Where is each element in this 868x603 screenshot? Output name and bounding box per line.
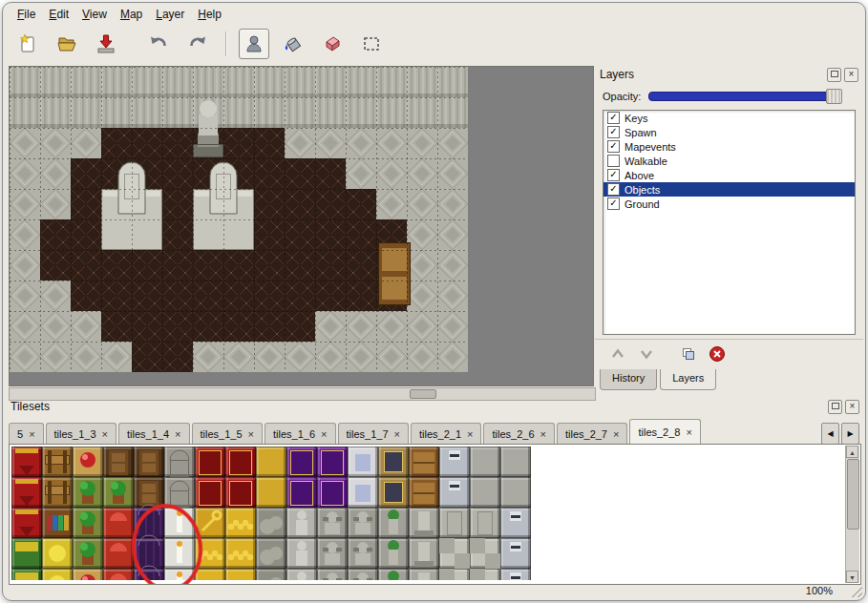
tileset-tab-tiles_1_4[interactable]: tiles_1_4× (118, 423, 189, 444)
layer-duplicate-button[interactable] (677, 343, 700, 365)
tab-label: tiles_2_6 (492, 428, 534, 440)
menu-bar: File Edit View Map Layer Help (3, 3, 865, 26)
layer-visibility-checkbox[interactable]: ✓ (607, 198, 620, 210)
selection-rectangle-icon (361, 33, 382, 54)
tileset-canvas[interactable] (11, 447, 546, 580)
tileset-tab-tiles_2_6[interactable]: tiles_2_6× (483, 423, 554, 444)
select-tool-button[interactable] (356, 29, 387, 59)
tilesets-panel-titlebar: Tilesets × (6, 398, 864, 415)
tab-close-icon[interactable]: × (248, 428, 254, 440)
redo-button[interactable] (182, 29, 213, 59)
map-canvas[interactable] (10, 67, 468, 372)
tab-close-icon[interactable]: × (321, 428, 327, 440)
tileset-tab-tiles_2_8[interactable]: tiles_2_8× (629, 419, 700, 445)
tab-label: 5 (17, 428, 23, 440)
layer-label: Ground (625, 198, 660, 210)
tileset-tab-tiles_1_6[interactable]: tiles_1_6× (265, 423, 335, 444)
tileset-vertical-scrollbar[interactable]: ▲ ▼ (845, 446, 859, 583)
tilesets-panel: Tilesets × 5×tiles_1_3×tiles_1_4×tiles_1… (6, 398, 864, 587)
person-stamp-icon (243, 33, 265, 54)
menu-map[interactable]: Map (114, 5, 149, 24)
layer-label: Walkable (625, 156, 667, 167)
menu-file[interactable]: File (11, 5, 42, 24)
tab-close-icon[interactable]: × (394, 428, 400, 440)
layers-panel-title: Layers (600, 68, 634, 81)
layer-row-spawn[interactable]: ✓Spawn (603, 125, 855, 139)
menu-layer[interactable]: Layer (149, 5, 191, 24)
layer-visibility-checkbox[interactable]: ✓ (607, 140, 620, 153)
tileset-tab-tiles_2_1[interactable]: tiles_2_1× (411, 423, 481, 444)
tab-close-icon[interactable]: × (467, 428, 473, 440)
tab-label: tiles_1_6 (273, 428, 315, 440)
undo-button[interactable] (143, 29, 174, 59)
tileset-tab-tiles_1_5[interactable]: tiles_1_5× (192, 423, 263, 444)
scroll-up-button[interactable]: ▲ (846, 446, 858, 458)
save-button[interactable] (91, 29, 121, 59)
new-file-icon (17, 33, 38, 54)
layers-close-button[interactable]: × (844, 68, 858, 82)
layers-panel-titlebar: Layers × (595, 66, 863, 83)
toolbar-separator (225, 31, 227, 56)
fill-tool-button[interactable] (278, 29, 308, 59)
scroll-down-button[interactable]: ▼ (846, 571, 858, 583)
new-button[interactable] (12, 29, 43, 59)
layer-row-objects[interactable]: ✓Objects (603, 182, 855, 197)
tab-label: tiles_1_7 (347, 428, 389, 440)
tilesets-panel-title: Tilesets (11, 400, 50, 413)
opacity-row: Opacity: (603, 89, 856, 104)
open-button[interactable] (52, 29, 82, 59)
layers-list[interactable]: ✓Keys✓Spawn✓MapeventsWalkable✓Above✓Obje… (603, 110, 856, 335)
tab-label: tiles_1_5 (201, 428, 243, 440)
stamp-tool-button[interactable] (239, 29, 269, 59)
tilesets-float-button[interactable] (828, 400, 842, 414)
layer-row-above[interactable]: ✓Above (603, 168, 855, 182)
tileset-tab-5[interactable]: 5× (9, 423, 44, 444)
toolbar (3, 26, 865, 62)
tabs-scroll-right-button[interactable]: ▶ (841, 423, 859, 445)
menu-help[interactable]: Help (191, 5, 228, 24)
tileset-tab-tiles_1_3[interactable]: tiles_1_3× (46, 423, 116, 444)
layers-float-button[interactable] (827, 68, 841, 82)
eraser-tool-button[interactable] (317, 29, 348, 59)
zoom-level: 100% (806, 585, 833, 596)
layer-down-button[interactable] (635, 343, 658, 365)
tab-layers[interactable]: Layers (660, 369, 716, 390)
tab-history[interactable]: History (600, 369, 657, 390)
layer-visibility-checkbox[interactable]: ✓ (607, 183, 620, 196)
layer-visibility-checkbox[interactable]: ✓ (607, 169, 620, 181)
tilesets-close-button[interactable]: × (845, 400, 859, 414)
layer-row-mapevents[interactable]: ✓Mapevents (603, 139, 855, 154)
opacity-slider[interactable] (648, 92, 840, 101)
opacity-slider-handle[interactable] (826, 89, 842, 104)
float-icon (832, 403, 839, 409)
tab-close-icon[interactable]: × (540, 428, 546, 440)
tab-close-icon[interactable]: × (102, 428, 108, 440)
layer-visibility-checkbox[interactable]: ✓ (607, 126, 620, 138)
layer-visibility-checkbox[interactable] (607, 155, 620, 167)
tabs-scroll-left-button[interactable]: ◀ (821, 423, 839, 445)
duplicate-layer-icon (680, 345, 697, 363)
menu-view[interactable]: View (75, 5, 114, 24)
open-folder-icon (56, 33, 77, 54)
layer-row-ground[interactable]: ✓Ground (603, 197, 855, 211)
arrow-up-icon (609, 345, 626, 363)
layer-label: Objects (625, 184, 660, 196)
layer-delete-button[interactable] (706, 343, 729, 365)
menu-edit[interactable]: Edit (42, 5, 75, 24)
tileset-tab-tiles_2_7[interactable]: tiles_2_7× (557, 423, 627, 444)
layer-row-keys[interactable]: ✓Keys (603, 111, 855, 125)
tab-close-icon[interactable]: × (686, 426, 691, 438)
layers-toolbar (595, 339, 863, 368)
layer-visibility-checkbox[interactable]: ✓ (607, 112, 620, 124)
layer-row-walkable[interactable]: Walkable (603, 154, 855, 168)
tab-close-icon[interactable]: × (613, 428, 619, 440)
tileset-tab-tiles_1_7[interactable]: tiles_1_7× (338, 423, 409, 444)
layer-label: Mapevents (625, 141, 676, 153)
map-viewport[interactable] (9, 66, 594, 386)
vscrollbar-thumb[interactable] (847, 459, 859, 530)
tileset-palette[interactable]: ▲ ▼ (9, 444, 861, 585)
tab-close-icon[interactable]: × (175, 428, 180, 440)
layer-up-button[interactable] (606, 343, 629, 365)
undo-icon (148, 33, 169, 54)
tab-close-icon[interactable]: × (29, 428, 34, 440)
